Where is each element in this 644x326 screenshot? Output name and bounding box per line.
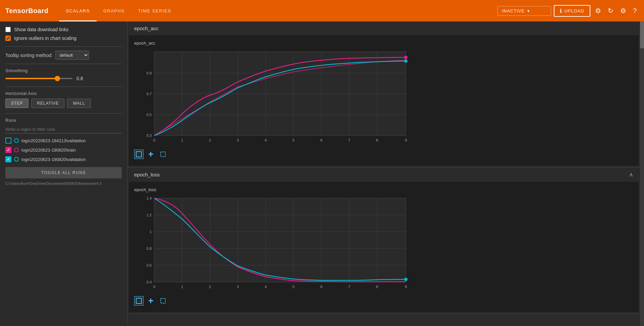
show-download-row[interactable]: Show data download links [5, 27, 122, 32]
run-checkbox-1[interactable]: ✓ [5, 147, 11, 153]
svg-point-31 [404, 59, 408, 63]
svg-text:0.3: 0.3 [147, 133, 152, 138]
collapse-icon-1[interactable]: ∧ [629, 171, 633, 178]
svg-text:3: 3 [237, 285, 239, 289]
svg-text:0: 0 [153, 138, 155, 142]
divider-4 [5, 113, 122, 114]
ignore-outliers-checkbox[interactable] [5, 36, 11, 41]
svg-text:4: 4 [265, 138, 267, 142]
h-axis-label: Horizontal Axis [5, 91, 122, 96]
smoothing-label: Smoothing [5, 68, 122, 73]
svg-rect-81 [161, 298, 165, 303]
run-label-2: logs\20220623-190820\validation [21, 157, 86, 162]
svg-rect-43 [161, 152, 165, 157]
svg-rect-80 [150, 298, 151, 303]
chart-title-1: epoch_loss [134, 187, 633, 192]
chart-section-title-0: epoch_acc [134, 25, 159, 31]
svg-text:7: 7 [348, 138, 350, 142]
svg-text:1: 1 [181, 138, 183, 142]
runs-filter-input[interactable] [5, 125, 122, 133]
svg-text:0.8: 0.8 [147, 247, 152, 251]
zoom-btn-1[interactable] [134, 296, 144, 306]
run-checkbox-0[interactable] [5, 138, 11, 144]
svg-text:0.9: 0.9 [147, 71, 152, 75]
inactive-dropdown[interactable]: INACTIVE ▾ [497, 6, 551, 16]
axis-relative-btn[interactable]: RELATIVE [31, 99, 64, 108]
svg-text:0.4: 0.4 [147, 280, 152, 284]
chart-section-title-1: epoch_loss [134, 172, 160, 177]
chart-title-0: epoch_acc [134, 41, 633, 46]
scrollbar-track[interactable] [640, 21, 644, 326]
info-icon: ℹ [560, 8, 562, 14]
settings-icon[interactable]: ⚙ [618, 5, 628, 17]
run-item-1: ✓ logs\20220623-190820\train [5, 147, 122, 153]
tooltip-row: Tooltip sorting method: default [5, 51, 122, 60]
axis-section: Horizontal Axis STEP RELATIVE WALL [5, 91, 122, 108]
svg-text:2: 2 [209, 285, 211, 289]
run-dot-0 [14, 138, 19, 143]
pan-btn-1[interactable] [146, 296, 156, 306]
header-right: INACTIVE ▾ ℹ UPLOAD ⚙ ↻ ⚙ ? [497, 5, 639, 17]
chart-section-0: epoch_acc epoch_acc [127, 21, 640, 167]
svg-text:9: 9 [405, 138, 407, 142]
svg-point-77 [404, 278, 408, 281]
chart-area-1: 0.4 0.6 0.8 1 1.2 1.4 0 1 2 3 4 5 6 [134, 195, 633, 292]
scrollbar-thumb[interactable] [640, 21, 644, 48]
ignore-outliers-row[interactable]: Ignore outliers in chart scaling [5, 36, 122, 41]
help-icon[interactable]: ? [631, 5, 639, 17]
sidebar: Show data download links Ignore outliers… [0, 21, 127, 326]
show-download-checkbox[interactable] [5, 27, 11, 32]
chart-container-1: epoch_loss [129, 182, 639, 312]
divider-3 [5, 87, 122, 87]
chart-header-1: epoch_loss ∧ [127, 167, 640, 182]
svg-text:7: 7 [348, 285, 350, 289]
refresh-icon[interactable]: ↻ [606, 5, 615, 17]
pan-btn-0[interactable] [146, 150, 156, 159]
upload-button[interactable]: ℹ UPLOAD [554, 5, 590, 17]
svg-text:0: 0 [153, 285, 155, 289]
chart-toolbar-0 [134, 148, 633, 160]
logo: TensorBoard [5, 7, 48, 15]
svg-rect-42 [150, 152, 151, 157]
smoothing-value: 0.8 [76, 76, 87, 81]
svg-text:6: 6 [320, 285, 322, 289]
chart-header-0: epoch_acc [127, 21, 640, 35]
chart-svg-1: 0.4 0.6 0.8 1 1.2 1.4 0 1 2 3 4 5 6 [134, 195, 409, 292]
dark-settings-icon[interactable]: ⚙ [593, 5, 603, 17]
svg-rect-0 [154, 52, 406, 135]
svg-text:0.5: 0.5 [147, 113, 152, 117]
zoom-btn-0[interactable] [134, 150, 144, 159]
axis-wall-btn[interactable]: WALL [67, 99, 91, 108]
nav-graphs[interactable]: GRAPHS [97, 0, 131, 21]
svg-text:4: 4 [265, 285, 267, 289]
run-label-0: logs\20220623-184213\validation [21, 138, 86, 143]
svg-rect-78 [136, 298, 142, 304]
svg-text:0.7: 0.7 [147, 92, 152, 96]
svg-text:5: 5 [292, 138, 294, 142]
chart-area-0: 0.3 0.5 0.7 0.9 0 1 2 3 4 5 6 7 8 [134, 48, 633, 146]
smoothing-slider[interactable] [5, 78, 72, 79]
svg-text:2: 2 [209, 138, 211, 142]
select-btn-1[interactable] [158, 296, 168, 306]
run-checkbox-2[interactable]: ✓ [5, 156, 11, 162]
svg-text:6: 6 [320, 138, 322, 142]
select-btn-0[interactable] [158, 150, 168, 159]
tooltip-select[interactable]: default [55, 51, 89, 60]
nav-scalars[interactable]: SCALARS [59, 0, 96, 21]
axis-step-btn[interactable]: STEP [5, 99, 29, 108]
ignore-outliers-label: Ignore outliers in chart scaling [14, 36, 76, 41]
svg-rect-32 [136, 152, 142, 157]
toggle-all-button[interactable]: TOGGLE ALL RUNS [5, 167, 122, 178]
main-layout: Show data download links Ignore outliers… [0, 21, 644, 326]
divider-1 [5, 46, 122, 47]
svg-text:0.6: 0.6 [147, 263, 152, 267]
show-download-label: Show data download links [14, 27, 68, 32]
svg-point-30 [404, 56, 408, 59]
axis-buttons: STEP RELATIVE WALL [5, 99, 122, 108]
main-content: epoch_acc epoch_acc [127, 21, 640, 326]
svg-text:9: 9 [405, 285, 407, 289]
nav-time-series[interactable]: TIME SERIES [131, 0, 178, 21]
svg-text:8: 8 [376, 138, 378, 142]
svg-rect-44 [154, 198, 406, 282]
chart-svg-0: 0.3 0.5 0.7 0.9 0 1 2 3 4 5 6 7 8 [134, 48, 409, 146]
